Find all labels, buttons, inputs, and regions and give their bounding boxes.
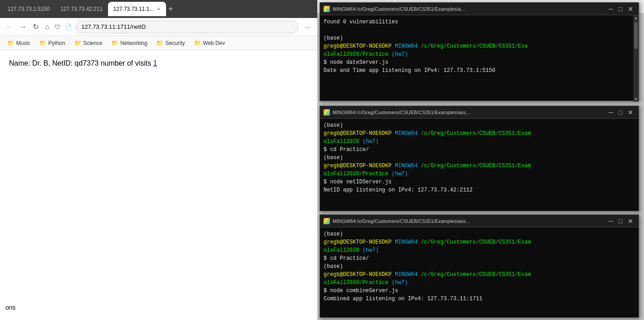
terminal-line: olsFall2020 (hw7) [324,138,635,146]
terminal-line: $ cd Practice/ [324,146,635,154]
folder-icon: 📁 [74,40,81,46]
terminal-top-title: MINGW64:/c/Greg/Customers/CSUEB/CS351/Ex… [324,6,465,12]
shield-icon: 🛡 [54,23,61,31]
terminal-middle-titlebar: MINGW64:/c/Greg/Customers/CSUEB/CS351/Ex… [320,106,639,119]
terminal-line: (base) [324,34,631,42]
bookmark-networking-label: Networking [120,40,147,46]
terminal-line: gregb@DESKTOP-NOE6DKP MINGW64 /c/Greg/Cu… [324,271,635,279]
terminal-top-title-text: MINGW64:/c/Greg/Customers/CSUEB/CS351/Ex… [333,6,465,12]
terminal-bottom-title: MINGW64:/c/Greg/Customers/CSUEB/CS351/Ex… [324,218,470,224]
bookmark-webdev-label: Web Dev [203,40,225,46]
terminal-middle-title: MINGW64:/c/Greg/Customers/CSUEB/CS351/Ex… [324,109,470,116]
bookmark-python[interactable]: 📁 Python [36,38,68,48]
bookmark-networking[interactable]: 📁 Networking [108,38,151,48]
terminal-line: $ node dateServer.js [324,58,631,67]
scroll-up-arrow[interactable]: ▲ [633,15,639,20]
forward-button[interactable]: → [18,22,28,32]
terminal-middle-title-text: MINGW64:/c/Greg/Customers/CSUEB/CS351/Ex… [333,110,470,115]
terminal-line: olsFall2020/Practice (hw7) [324,170,635,178]
scroll-down-arrow[interactable]: ▼ [633,97,639,102]
browser-window: 127.73.73.1:5150 127.73.73.42:211 127.73… [0,0,317,320]
terminal-bottom-close[interactable]: ✕ [626,218,635,225]
tab-bar: 127.73.73.1:5150 127.73.73.42:211 127.73… [0,0,317,18]
page-icon: 📄 [64,23,72,31]
terminal-middle-minimize[interactable]: ─ [607,109,615,116]
folder-icon: 📁 [111,40,118,46]
home-button[interactable]: ⌂ [44,22,51,32]
terminal-line: NetID app listening on IPv4: 127.73.73.4… [324,186,635,194]
folder-icon: 📁 [156,40,163,46]
bookmark-python-label: Python [48,40,65,46]
tab-3-close[interactable]: ✕ [157,6,161,12]
bookmark-science-label: Science [83,40,103,46]
terminal-line: $ cd Practice/ [324,254,635,262]
terminal-line: olsFall2020 (hw7) [324,246,635,254]
terminal-line: (base) [324,121,635,129]
tab-add-button[interactable]: + [168,4,173,14]
bookmark-security[interactable]: 📁 Security [153,38,188,48]
terminal-line: gregb@DESKTOP-NOE6DKP MINGW64 /c/Greg/Cu… [324,162,635,170]
terminal-middle-maximize[interactable]: □ [617,109,624,116]
terminal-bottom-minimize[interactable]: ─ [607,218,615,225]
bookmark-music[interactable]: 📁 Music [4,38,34,48]
terminal-bottom-controls: ─ □ ✕ [607,218,635,225]
terminal-line: Date and Time app listening on IPv4: 127… [324,67,631,75]
page-content: Name: Dr. B, NetID: qd7373 number of vis… [0,50,317,320]
back-button[interactable]: ← [5,22,14,32]
terminal-line [324,26,631,34]
terminal-line: gregb@DESKTOP-NOE6DKP MINGW64 /c/Greg/Cu… [324,42,631,50]
scrollbar-thumb[interactable] [634,22,638,49]
terminal-line: $ node netIDServer.js [324,178,635,186]
terminal-bottom: MINGW64:/c/Greg/Customers/CSUEB/CS351/Ex… [320,214,639,318]
terminal-top-close[interactable]: ✕ [626,5,635,13]
terminal-top-icon [324,6,330,12]
terminal-middle-icon [324,109,330,116]
terminal-middle-body: (base) gregb@DESKTOP-NOE6DKP MINGW64 /c/… [320,119,639,197]
terminal-line: gregb@DESKTOP-NOE6DKP MINGW64 /c/Greg/Cu… [324,129,635,138]
terminal-bottom-icon [324,218,330,224]
bookmark-science[interactable]: 📁 Science [71,38,106,48]
more-button[interactable]: ··· [302,22,313,32]
terminal-line: (base) [324,230,635,238]
bookmarks-bar: 📁 Music 📁 Python 📁 Science 📁 Networking … [0,36,317,50]
reload-button[interactable]: ↻ [32,21,40,32]
tab-1[interactable]: 127.73.73.1:5150 [2,2,55,16]
tab-2[interactable]: 127.73.73.42:211 [55,2,108,16]
bookmark-security-label: Security [165,40,185,46]
bottom-text: ons [5,304,16,311]
terminal-top-scrollbar[interactable]: ▲ ▼ [633,15,639,102]
terminals-area: 6/2020 10:19 AM File folder 10/10/2020 1… [317,0,644,320]
terminal-top-maximize[interactable]: □ [617,5,624,13]
tab-2-label: 127.73.73.42:211 [60,6,102,12]
terminal-line: (base) [324,154,635,162]
terminal-line: gregb@DESKTOP-NOE6DKP MINGW64 /c/Greg/Cu… [324,238,635,246]
address-input[interactable] [76,21,299,33]
terminal-bottom-titlebar: MINGW64:/c/Greg/Customers/CSUEB/CS351/Ex… [320,215,639,227]
terminal-middle-controls: ─ □ ✕ [607,109,635,116]
terminal-line: olsFall2020/Practice (hw7) [324,279,635,287]
terminal-top: MINGW64:/c/Greg/Customers/CSUEB/CS351/Ex… [320,2,639,101]
bookmark-webdev[interactable]: 📁 Web Dev [190,38,229,48]
tab-3[interactable]: 127.73.73.11:1... ✕ [108,2,166,16]
terminal-line: found 0 vulnerabilities [324,18,631,26]
folder-icon: 📁 [194,40,201,46]
terminal-bottom-maximize[interactable]: □ [617,218,624,225]
terminal-bottom-title-text: MINGW64:/c/Greg/Customers/CSUEB/CS351/Ex… [333,218,470,224]
terminal-top-body: found 0 vulnerabilities (base) gregb@DES… [320,15,639,77]
terminal-bottom-body: (base) gregb@DESKTOP-NOE6DKP MINGW64 /c/… [320,227,639,306]
terminal-line: $ node combineServer.js [324,287,635,295]
visits-link[interactable]: 1 [153,59,157,67]
terminal-top-minimize[interactable]: ─ [607,5,615,13]
bookmark-music-label: Music [16,40,30,46]
terminal-middle-close[interactable]: ✕ [626,109,635,116]
folder-icon: 📁 [39,40,46,46]
terminal-line: Combined app listening on IPv4: 127.73.7… [324,295,635,303]
tab-1-label: 127.73.73.1:5150 [8,6,50,12]
folder-icon: 📁 [7,40,14,46]
tab-3-label: 127.73.73.11:1... [113,6,154,12]
address-bar: ← → ↻ ⌂ 🛡 📄 ··· [0,18,317,36]
terminal-top-controls: ─ □ ✕ [607,5,635,13]
page-main-text: Name: Dr. B, NetID: qd7373 number of vis… [9,59,308,67]
terminal-line: (base) [324,262,635,271]
terminal-top-titlebar: MINGW64:/c/Greg/Customers/CSUEB/CS351/Ex… [320,3,639,15]
